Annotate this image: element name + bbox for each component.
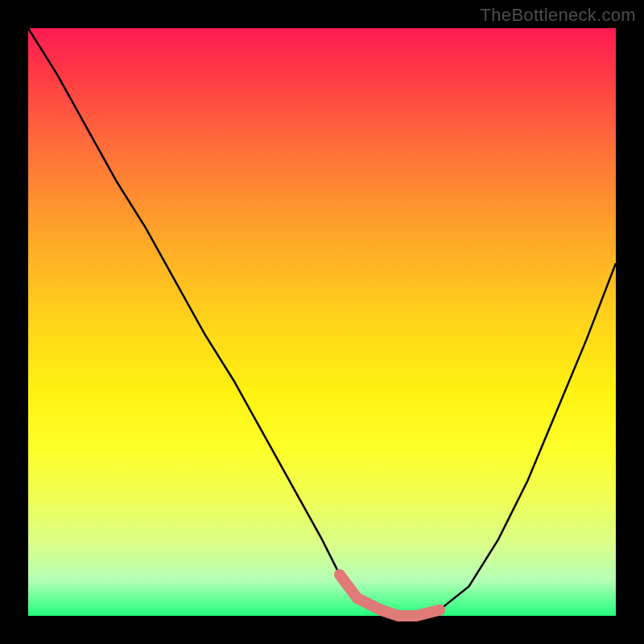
plot-background-gradient <box>28 28 616 616</box>
chart-frame: TheBottleneck.com <box>0 0 644 644</box>
watermark-text: TheBottleneck.com <box>481 5 636 26</box>
